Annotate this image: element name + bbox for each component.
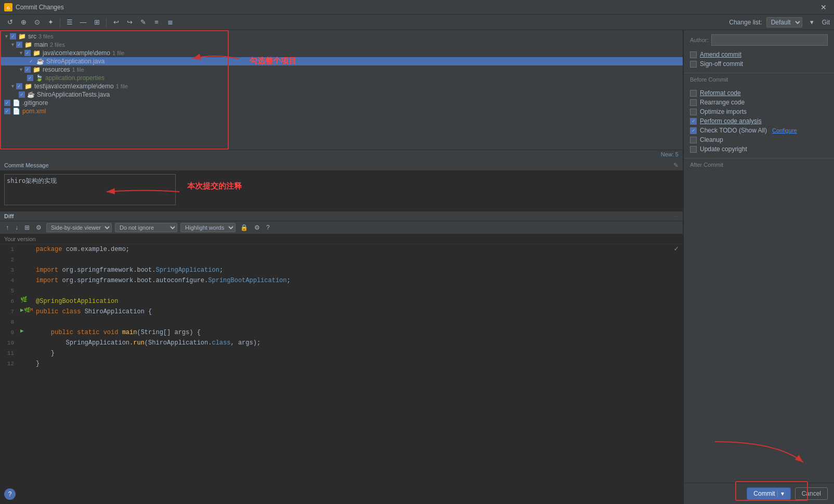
line-num-4: 4 — [0, 275, 18, 286]
diff-settings-btn[interactable]: ⚙ — [34, 223, 43, 232]
rearrange-checkbox[interactable] — [690, 99, 697, 106]
tree-item-appprops[interactable]: ✓ 🍃 application.properties — [0, 74, 683, 82]
new-count-label: New: 5 — [0, 150, 683, 158]
tree-count-javademo: 1 file — [112, 50, 124, 56]
perform-analysis-row[interactable]: ✓ Perform code analysis — [690, 116, 828, 126]
annotation-commit-click: 点击commit,会出现commitand push,点击 — [683, 397, 777, 421]
code-line-3: 3 import org.springframework.boot.Spring… — [0, 265, 683, 275]
tree-item-shiro[interactable]: ✓ ☕ ShiroApplication.java — [0, 57, 683, 65]
toolbar-btn-7[interactable]: ⊞ — [91, 17, 102, 28]
sign-off-checkbox[interactable] — [690, 61, 697, 68]
amend-commit-checkbox[interactable] — [690, 51, 697, 58]
optimize-imports-checkbox[interactable] — [690, 109, 697, 115]
toolbar-btn-11[interactable]: ≡ — [151, 17, 162, 28]
line-gutter-9: ▶ — [18, 327, 34, 334]
cancel-button[interactable]: Cancel — [795, 487, 828, 500]
tree-checkbox-test[interactable]: ✓ — [16, 83, 22, 89]
commit-dropdown-arrow[interactable]: ▾ — [777, 490, 784, 497]
change-list-label: Change list: — [729, 19, 762, 26]
spring-icon-6: 🌿 — [20, 296, 28, 303]
close-button[interactable]: ✕ — [817, 2, 830, 12]
optimize-imports-row[interactable]: Optimize imports — [690, 107, 828, 116]
tree-item-src[interactable]: ▼ ✓ 📁 src 3 files — [0, 32, 683, 41]
tree-item-test[interactable]: ▼ ✓ 📁 test\java\com\example\demo 1 file — [0, 82, 683, 90]
reformat-checkbox[interactable] — [690, 90, 697, 97]
tree-checkbox-pomxml[interactable]: ✓ — [4, 108, 10, 114]
commit-message-input[interactable]: shiro架构的实现 — [4, 174, 176, 205]
run-icon-9[interactable]: ▶ — [20, 327, 24, 334]
diff-lock-btn[interactable]: 🔒 — [239, 223, 250, 232]
tree-checkbox-shirotests[interactable]: ✓ — [19, 91, 25, 98]
tree-item-shirotests[interactable]: ✓ ☕ ShiroApplicationTests.java — [0, 90, 683, 99]
left-panel: ▼ ✓ 📁 src 3 files ▼ ✓ 📁 main 2 files ▼ — [0, 30, 683, 504]
change-list-btn[interactable]: ▾ — [806, 17, 818, 28]
check-todo-checkbox[interactable]: ✓ — [690, 127, 697, 134]
tree-label-javademo: java\com\example\demo — [43, 49, 110, 57]
help-button[interactable]: ? — [4, 488, 16, 500]
update-copyright-row[interactable]: Update copyright — [690, 144, 828, 154]
run-icon-7[interactable]: ▶ — [20, 307, 24, 313]
rearrange-row[interactable]: Rearrange code — [690, 98, 828, 107]
line-code-6: @SpringBootApplication — [34, 296, 683, 307]
tree-item-resources[interactable]: ▼ ✓ 📁 resources 1 file — [0, 65, 683, 74]
tree-label-src: src — [28, 33, 36, 40]
diff-nav-frame[interactable]: ⊞ — [23, 223, 31, 232]
reformat-row[interactable]: Reformat code — [690, 88, 828, 98]
tree-item-javademo[interactable]: ▼ ✓ 📁 java\com\example\demo 1 file — [0, 49, 683, 57]
perform-analysis-checkbox[interactable]: ✓ — [690, 118, 697, 125]
commit-header-icon: ✎ — [673, 162, 679, 169]
code-line-5: 5 — [0, 286, 683, 296]
line-num-3: 3 — [0, 265, 18, 275]
code-line-8: 8 — [0, 317, 683, 327]
check-todo-row[interactable]: ✓ Check TODO (Show All) Configure — [690, 126, 828, 135]
toolbar-btn-9[interactable]: ↪ — [124, 17, 135, 28]
toolbar-btn-12[interactable]: ≣ — [164, 17, 176, 28]
author-input[interactable] — [711, 34, 828, 46]
tree-checkbox-shiro[interactable]: ✓ — [28, 58, 34, 64]
configure-link[interactable]: Configure — [772, 127, 797, 134]
diff-nav-next[interactable]: ↓ — [14, 223, 20, 232]
commit-button[interactable]: Commit ▾ — [747, 487, 790, 500]
update-copyright-checkbox[interactable] — [690, 146, 697, 153]
amend-commit-row[interactable]: Amend commit — [690, 50, 828, 59]
folder-icon-resources: 📁 — [33, 66, 41, 73]
toolbar-btn-10[interactable]: ✎ — [137, 17, 149, 28]
tree-label-pomxml: pom.xml — [22, 108, 46, 115]
diff-viewer-select[interactable]: Side-by-side viewer Unified viewer — [46, 223, 112, 232]
tree-checkbox-javademo[interactable]: ✓ — [24, 50, 31, 56]
diff-help-btn[interactable]: ? — [265, 223, 271, 232]
diff-highlight-select[interactable]: Highlight words Highlight lines No highl… — [180, 223, 236, 232]
diff-ignore-select[interactable]: Do not ignore Ignore whitespace — [115, 223, 177, 232]
file-tree: ▼ ✓ 📁 src 3 files ▼ ✓ 📁 main 2 files ▼ — [0, 30, 683, 150]
diff-gear-btn[interactable]: ⚙ — [253, 223, 262, 232]
toolbar-sep-1 — [60, 18, 60, 27]
maven-icon-7: M — [30, 308, 33, 313]
tree-item-gitignore[interactable]: ✓ 📄 .gitignore — [0, 99, 683, 107]
reformat-label: Reformat code — [700, 89, 741, 97]
toolbar-btn-6[interactable]: — — [77, 17, 89, 28]
tree-item-pomxml[interactable]: ✓ 📄 pom.xml — [0, 107, 683, 115]
tree-checkbox-gitignore[interactable]: ✓ — [4, 100, 10, 106]
tree-checkbox-src[interactable]: ✓ — [10, 33, 16, 39]
tree-checkbox-appprops[interactable]: ✓ — [27, 75, 33, 81]
toolbar-btn-4[interactable]: ✦ — [45, 17, 56, 28]
toolbar-btn-3[interactable]: ⊙ — [31, 17, 43, 28]
tree-checkbox-main[interactable]: ✓ — [16, 42, 22, 48]
change-list-select[interactable]: Default — [766, 17, 802, 28]
diff-nav-prev[interactable]: ↑ — [4, 223, 10, 232]
toolbar-btn-1[interactable]: ↺ — [4, 17, 16, 28]
tree-arrow-javademo: ▼ — [19, 50, 23, 56]
tree-item-main[interactable]: ▼ ✓ 📁 main 2 files — [0, 41, 683, 49]
toolbar-btn-5[interactable]: ☰ — [64, 17, 75, 28]
sign-off-row[interactable]: Sign-off commit — [690, 59, 828, 69]
code-line-1: 1 package com.example.demo; — [0, 244, 683, 255]
tree-checkbox-resources[interactable]: ✓ — [24, 67, 31, 73]
cleanup-row[interactable]: Cleanup — [690, 135, 828, 144]
toolbar-btn-2[interactable]: ⊕ — [18, 17, 29, 28]
tree-label-resources: resources — [43, 66, 70, 73]
line-code-12: } — [34, 359, 683, 369]
cleanup-checkbox[interactable] — [690, 137, 697, 143]
toolbar-btn-8[interactable]: ↩ — [110, 17, 122, 28]
folder-icon-javademo: 📁 — [33, 49, 41, 57]
line-code-9: public static void main(String[] args) { — [34, 327, 683, 338]
